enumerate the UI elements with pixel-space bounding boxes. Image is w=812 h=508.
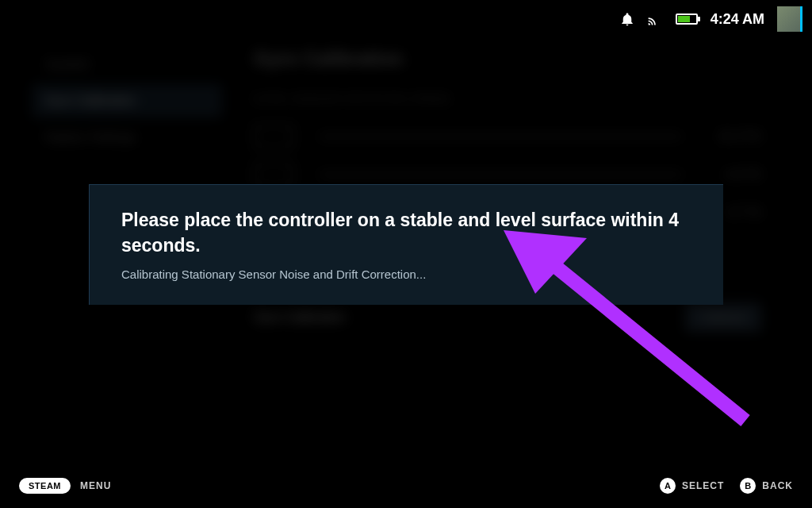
bg-sidebar: Joystick Gyro Calibration Haptics Settin…	[32, 48, 222, 157]
steam-button[interactable]: STEAM	[19, 478, 71, 494]
bottom-bar: STEAM MENU A SELECT B BACK	[0, 464, 812, 508]
notifications-bell-icon[interactable]	[620, 12, 634, 26]
cast-icon[interactable]	[647, 11, 663, 27]
bottom-left: STEAM MENU	[19, 478, 111, 494]
back-hint: B BACK	[740, 478, 793, 494]
modal-subtitle: Calibrating Stationary Sensor Noise and …	[121, 267, 691, 281]
bottom-right: A SELECT B BACK	[660, 478, 793, 494]
b-button-icon: B	[740, 478, 756, 494]
battery-outline	[676, 13, 698, 25]
battery-icon	[676, 13, 698, 25]
select-label: SELECT	[682, 480, 724, 491]
back-label: BACK	[762, 480, 793, 491]
bg-sidebar-item-active: Gyro Calibration	[32, 84, 222, 117]
bg-subtitle: GYRO SENSOR ROTATION SPEED	[254, 94, 761, 105]
a-button-icon: A	[660, 478, 676, 494]
modal-title: Please place the controller on a stable …	[121, 207, 691, 258]
select-hint: A SELECT	[660, 478, 724, 494]
battery-fill	[678, 16, 690, 22]
calibration-modal: Please place the controller on a stable …	[89, 184, 723, 305]
bg-sidebar-item: Haptics Settings	[32, 121, 222, 154]
menu-label: MENU	[80, 480, 111, 491]
bg-sidebar-item: Joystick	[32, 48, 222, 81]
bg-title: Gyro Calibration	[254, 48, 761, 70]
clock: 4:24 AM	[710, 11, 764, 28]
status-bar: 4:24 AM	[620, 0, 812, 38]
avatar[interactable]	[777, 6, 802, 32]
